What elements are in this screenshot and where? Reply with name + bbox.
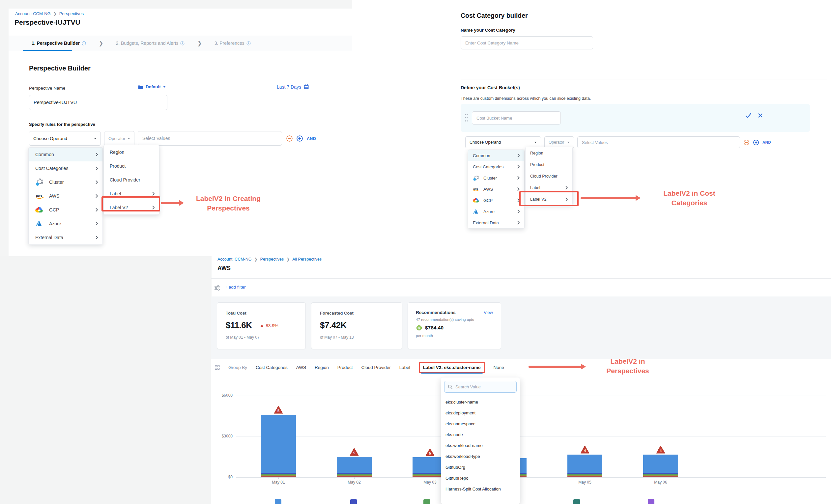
submenu-item-label: Product	[530, 162, 544, 167]
confirm-check-icon[interactable]	[745, 113, 752, 118]
value-option-githubrepo[interactable]: GithubRepo	[441, 473, 520, 483]
operand-select[interactable]: Choose Operand	[29, 131, 101, 146]
menu-item-label: Cost Categories	[473, 165, 504, 169]
tab-preferences[interactable]: 3. Preferences	[214, 40, 251, 46]
value-option-eks-node[interactable]: eks:node	[441, 429, 520, 440]
submenu-item-cloud-provider[interactable]: Cloud Provider	[525, 170, 572, 182]
alert-badge[interactable]: 5	[425, 448, 435, 456]
close-icon[interactable]	[758, 113, 763, 118]
legend-chip-1[interactable]	[350, 499, 357, 504]
perspective-name-input[interactable]: Perspective-IUJTVU	[29, 95, 167, 110]
total-cost-value: $11.6K	[226, 320, 252, 330]
submenu-item-label[interactable]: Label	[525, 182, 572, 194]
menu-item-external-data[interactable]: External Data	[29, 231, 103, 244]
add-rule-icon[interactable]	[296, 135, 303, 142]
submenu-item-product[interactable]: Product	[525, 159, 572, 170]
group-by-option-none[interactable]: None	[494, 365, 504, 370]
view-recommendations-link[interactable]: View	[484, 310, 493, 315]
submenu-item-region[interactable]: Region	[525, 147, 572, 159]
bar-may-02[interactable]	[337, 457, 372, 477]
bar-may-05[interactable]	[567, 454, 602, 477]
cc-values-input[interactable]: Select Values	[577, 137, 740, 148]
submenu-item-product[interactable]: Product	[104, 159, 159, 173]
tab-budgets-reports-alerts[interactable]: 2. Budgets, Reports and Alerts	[116, 40, 185, 46]
menu-item-cost-categories[interactable]: Cost Categories	[29, 161, 103, 175]
chevron-right-icon	[566, 197, 568, 201]
remove-rule-icon[interactable]	[743, 139, 750, 146]
submenu-item-label: Label	[530, 185, 540, 190]
value-option-eks-cluster-name[interactable]: eks:cluster-name	[441, 396, 520, 408]
legend-chip-4[interactable]	[648, 499, 654, 504]
group-by-option-cost-categories[interactable]: Cost Categories	[256, 365, 288, 370]
submenu-item-cloud-provider[interactable]: Cloud Provider	[104, 173, 159, 187]
value-option-eks-namespace[interactable]: eks:namespace	[441, 418, 520, 429]
value-option-eks-deployment[interactable]: eks:deployment	[441, 408, 520, 418]
cc-operator-select[interactable]: Operator	[544, 137, 574, 148]
menu-item-azure[interactable]: Azure	[29, 217, 103, 231]
search-icon	[448, 384, 453, 389]
breadcrumb-all-perspectives-link[interactable]: All Perspectives	[292, 257, 322, 262]
group-by-option-cloud-provider[interactable]: Cloud Provider	[361, 365, 391, 370]
breadcrumb-perspectives-link[interactable]: Perspectives	[59, 11, 84, 16]
menu-item-external-data[interactable]: External Data	[468, 217, 524, 228]
filter-icon[interactable]	[214, 285, 221, 291]
add-filter-button[interactable]: + add filter	[225, 285, 246, 290]
tab-perspective-builder[interactable]: 1. Perspective Builder	[32, 40, 86, 46]
group-by-selected-labelv2[interactable]: Label V2: eks:cluster-name	[419, 362, 485, 373]
drag-handle-icon[interactable]	[465, 113, 468, 122]
bar-may-01[interactable]	[261, 415, 296, 477]
group-by-option-region[interactable]: Region	[315, 365, 329, 370]
calendar-icon	[304, 84, 309, 90]
alert-badge[interactable]: 5	[274, 405, 283, 414]
chevron-right-icon	[95, 208, 98, 212]
menu-item-azure[interactable]: Azure	[468, 206, 524, 217]
value-option-eks-workload-type[interactable]: eks:workload-type	[441, 451, 520, 462]
menu-item-aws[interactable]: awsAWS	[468, 183, 524, 195]
remove-rule-icon[interactable]	[286, 135, 293, 142]
group-by-option-aws[interactable]: AWS	[296, 365, 306, 370]
cc-name-input[interactable]: Enter Cost Category Name	[461, 36, 593, 50]
breadcrumb-account-link[interactable]: Account: CCM-NG	[15, 11, 51, 16]
menu-item-aws[interactable]: awsAWS	[29, 189, 103, 203]
chevron-right-icon	[517, 209, 520, 213]
legend-chip-0[interactable]	[275, 499, 281, 504]
alert-badge[interactable]: 4	[656, 445, 666, 454]
folder-select[interactable]: Default	[138, 84, 166, 89]
menu-item-common[interactable]: Common	[29, 148, 103, 161]
menu-item-gcp[interactable]: GCP	[29, 203, 103, 217]
breadcrumb-account-link[interactable]: Account: CCM-NG	[218, 257, 252, 262]
submenu-item-label-v2[interactable]: Label V2	[525, 194, 572, 205]
submenu-item-label[interactable]: Label	[104, 187, 159, 201]
menu-item-cluster[interactable]: Cluster	[468, 172, 524, 183]
value-option-githuborg[interactable]: GithubOrg	[441, 462, 520, 473]
alert-badge[interactable]: 5	[349, 447, 359, 456]
values-input[interactable]: Select Values	[138, 131, 282, 146]
and-operator-button[interactable]: AND	[307, 137, 316, 141]
chevron-right-icon	[517, 165, 520, 169]
alert-badge[interactable]: 4	[580, 445, 590, 454]
folder-icon	[138, 85, 143, 89]
group-by-option-label[interactable]: Label	[399, 365, 410, 370]
submenu-item-label-v2[interactable]: Label V2	[104, 201, 159, 214]
legend-chip-2[interactable]	[423, 499, 430, 504]
date-range-picker[interactable]: Last 7 Days	[277, 84, 309, 90]
operator-select[interactable]: Operator	[104, 131, 135, 146]
cc-operand-select[interactable]: Choose Operand	[465, 137, 541, 148]
value-option-harness-split-cost-allocation[interactable]: Harness-Split Cost Allocation	[441, 483, 520, 495]
search-input[interactable]: Search Value	[444, 381, 517, 393]
value-option-eks-workload-name[interactable]: eks:workload-name	[441, 440, 520, 451]
group-by-option-product[interactable]: Product	[337, 365, 353, 370]
bar-may-06[interactable]	[643, 454, 678, 477]
menu-item-common[interactable]: Common	[468, 150, 524, 161]
cc-and-operator-button[interactable]: AND	[763, 140, 771, 144]
submenu-item-region[interactable]: Region	[104, 145, 159, 159]
cost-bucket-name-input[interactable]: Cost Bucket Name	[472, 111, 561, 124]
add-rule-icon[interactable]	[753, 139, 759, 146]
menu-item-gcp[interactable]: GCP	[468, 195, 524, 206]
menu-item-cost-categories[interactable]: Cost Categories	[468, 161, 524, 172]
breadcrumb-perspectives-link[interactable]: Perspectives	[260, 257, 284, 262]
menu-item-cluster[interactable]: Cluster	[29, 175, 103, 189]
legend-chip-3[interactable]	[573, 499, 580, 504]
x-axis-tick	[661, 477, 661, 479]
menu-item-label: AWS	[483, 187, 493, 192]
